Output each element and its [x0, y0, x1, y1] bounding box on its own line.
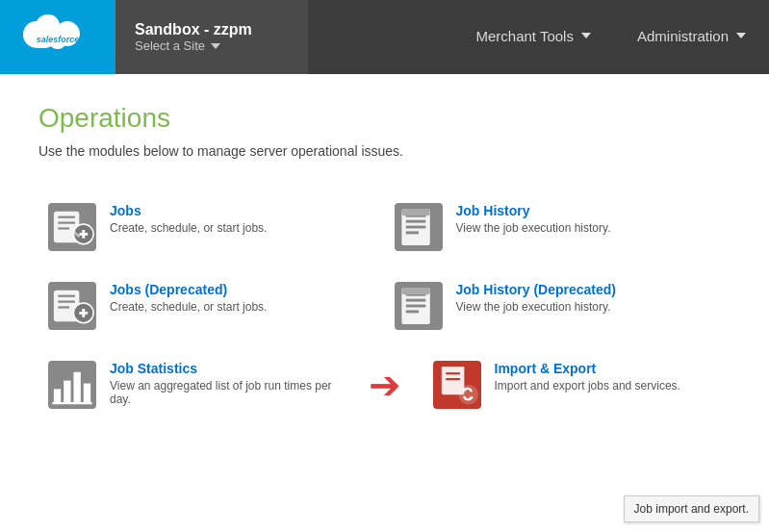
svg-rect-22 — [401, 288, 429, 294]
bottom-row: Job Statistics View an aggregated list o… — [38, 345, 731, 424]
select-site-button[interactable]: Select a Site — [135, 38, 289, 53]
salesforce-logo: salesforce — [19, 12, 96, 63]
svg-rect-25 — [73, 372, 80, 403]
jobs-icon — [48, 203, 96, 251]
operation-jobs-deprecated: Jobs (Deprecated) Create, schedule, or s… — [38, 266, 385, 345]
svg-rect-23 — [54, 389, 61, 403]
import-export-link[interactable]: Import & Export — [495, 361, 597, 376]
sandbox-title: Sandbox - zzpm — [135, 21, 289, 38]
page-description: Use the modules below to manage server o… — [38, 143, 731, 159]
operations-grid: Jobs Create, schedule, or start jobs. — [38, 188, 731, 345]
nav-item-administration[interactable]: Administration — [614, 0, 769, 74]
jobs-deprecated-description: Create, schedule, or start jobs. — [110, 300, 375, 314]
job-history-description: View the job execution history. — [456, 221, 722, 235]
salesforce-logo-area: salesforce — [0, 0, 115, 74]
svg-text:salesforce: salesforce — [37, 35, 80, 44]
header-nav: Merchant Tools Administration — [453, 0, 770, 74]
import-export-text: Import & Export Import and export jobs a… — [495, 361, 722, 393]
svg-rect-26 — [84, 384, 90, 404]
arrow-indicator: ➔ — [346, 345, 423, 424]
jobs-description: Create, schedule, or start jobs. — [110, 221, 375, 235]
job-history-link[interactable]: Job History — [456, 203, 530, 218]
jobs-link[interactable]: Jobs — [110, 203, 141, 218]
main-content: Operations Use the modules below to mana… — [0, 74, 769, 453]
administration-label: Administration — [637, 28, 729, 44]
job-statistics-text: Job Statistics View an aggregated list o… — [110, 361, 337, 406]
job-history-deprecated-description: View the job execution history. — [456, 300, 722, 314]
operation-job-history-deprecated: Job History (Deprecated) View the job ex… — [385, 266, 731, 345]
operation-import-export: Import & Export Import and export jobs a… — [423, 345, 731, 424]
operation-jobs: Jobs Create, schedule, or start jobs. — [38, 188, 385, 266]
jobs-text: Jobs Create, schedule, or start jobs. — [110, 203, 375, 235]
sandbox-section: Sandbox - zzpm Select a Site — [115, 0, 308, 74]
header: salesforce Sandbox - zzpm Select a Site … — [0, 0, 769, 74]
job-statistics-link[interactable]: Job Statistics — [110, 361, 197, 376]
job-history-deprecated-text: Job History (Deprecated) View the job ex… — [456, 282, 722, 314]
jobs-deprecated-icon — [48, 282, 96, 330]
import-export-description: Import and export jobs and services. — [495, 379, 722, 393]
select-site-label: Select a Site — [135, 38, 205, 53]
jobs-deprecated-link[interactable]: Jobs (Deprecated) — [110, 282, 227, 297]
svg-rect-11 — [401, 209, 429, 215]
job-history-text: Job History View the job execution histo… — [456, 203, 722, 235]
merchant-tools-arrow-icon — [581, 33, 591, 38]
job-statistics-description: View an aggregated list of job run times… — [110, 379, 337, 406]
administration-arrow-icon — [736, 33, 746, 38]
merchant-tools-label: Merchant Tools — [476, 28, 574, 44]
red-arrow-icon: ➔ — [369, 366, 401, 404]
operation-job-statistics: Job Statistics View an aggregated list o… — [38, 345, 346, 424]
select-site-arrow-icon — [211, 43, 220, 49]
job-history-deprecated-link[interactable]: Job History (Deprecated) — [456, 282, 616, 297]
job-statistics-icon — [48, 361, 96, 409]
tooltip-box: Job import and export. — [624, 495, 759, 522]
nav-item-merchant-tools[interactable]: Merchant Tools — [453, 0, 614, 74]
page-title: Operations — [38, 103, 731, 134]
tooltip-text: Job import and export. — [634, 502, 749, 516]
svg-rect-24 — [64, 381, 70, 404]
jobs-deprecated-text: Jobs (Deprecated) Create, schedule, or s… — [110, 282, 375, 314]
job-history-deprecated-icon — [395, 282, 443, 330]
import-export-icon — [433, 361, 481, 409]
job-history-icon — [395, 203, 443, 251]
operation-job-history: Job History View the job execution histo… — [385, 188, 731, 266]
